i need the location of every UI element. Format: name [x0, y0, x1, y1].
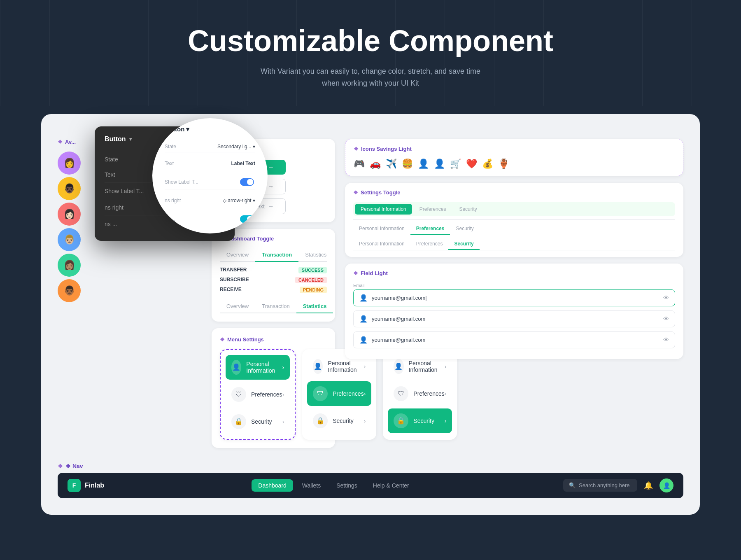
- field-user-icon-3: 👤: [359, 336, 368, 344]
- field-user-icon-2: 👤: [359, 315, 368, 323]
- settings-tabs-2: Personal Information Preferences Securit…: [353, 223, 675, 235]
- nav-logo-text: Finlab: [85, 482, 104, 489]
- tab-divider-1: [353, 219, 675, 220]
- avatar-column: Av... 👩 👨🏿 👩🏻 👨🏼 👩🏽 👨🏾: [58, 139, 95, 448]
- icon-gamepad: 🎮: [354, 159, 365, 169]
- avatar-section-title: Av...: [58, 139, 95, 145]
- nav-section: ❖ Nav F Finlab Dashboard Wallets Setting…: [58, 463, 683, 498]
- notification-icon[interactable]: 🔔: [644, 481, 653, 490]
- panel-label-text: Text: [105, 171, 115, 178]
- chevron-1: ›: [282, 364, 284, 371]
- transfer-status-3: PENDING: [300, 287, 327, 293]
- menu-item-left-1: 👤 Personal Information: [231, 360, 282, 375]
- circle-ns-value: ◇ arrow-right ▾: [223, 198, 255, 203]
- panel-label-ns-dots: ns ...: [105, 221, 117, 227]
- circle-ns-label: ns right: [165, 198, 181, 203]
- tab-group-2: Overview Transaction Statistics: [220, 300, 327, 313]
- icons-savings-section: Icons Savings Light 🎮 🚗 ✈️ 🍔 👤 👤 🛒 ❤️ 💰 …: [345, 139, 683, 176]
- icon-person1: 👤: [418, 159, 429, 169]
- circle-show-label: Show Label T...: [165, 179, 198, 185]
- settings-tab-prefs-2[interactable]: Preferences: [410, 223, 450, 235]
- settings-tab-personal-2[interactable]: Personal Information: [353, 223, 410, 235]
- menu-item-prefs-1[interactable]: 🛡 Preferences ›: [226, 382, 290, 407]
- nav-section-label: ❖ Nav: [58, 463, 683, 469]
- settings-toggle-title: Settings Toggle: [353, 189, 675, 196]
- tab-statistics-1[interactable]: Statistics: [298, 248, 333, 262]
- settings-tab-personal-3[interactable]: Personal Information: [353, 238, 410, 250]
- circle-overlay: Button ▾ ✦ State Secondary lig... ▾ Text…: [152, 118, 268, 233]
- prefs-icon-2: 🛡: [313, 386, 328, 401]
- settings-tab-security-2[interactable]: Security: [450, 223, 479, 235]
- menu-item-personal-1[interactable]: 👤 Personal Information ›: [226, 355, 290, 380]
- panel-chevron: ▾: [129, 136, 132, 142]
- tab-overview-2[interactable]: Overview: [220, 300, 255, 313]
- menu-item-left-sec-1: 🔒 Security: [231, 414, 272, 429]
- nav-right: 🔍 Search anything here 🔔 👤: [563, 478, 673, 492]
- transfer-row-2: SUBSCRIBE CANCELED: [220, 275, 327, 285]
- menu-settings-section: Menu Settings 👤 Personal Information ›: [212, 328, 335, 448]
- field-light-section: Field Light Email 👤 yourname@gmail.com| …: [345, 264, 683, 359]
- security-label-1: Security: [251, 418, 272, 425]
- settings-tab-security-3[interactable]: Security: [448, 238, 479, 250]
- icon-car: 🚗: [370, 159, 381, 169]
- circle-text-label: Text: [165, 161, 174, 166]
- nav-logo-icon: F: [68, 479, 81, 492]
- panel-label-state: State: [105, 156, 118, 163]
- tab-transaction-2[interactable]: Transaction: [255, 300, 296, 313]
- avatar-5: 👩🏽: [58, 254, 81, 277]
- transfer-row-1: TRANSFER SUCCESS: [220, 265, 327, 275]
- transfer-status-2: CANCELED: [295, 277, 327, 283]
- settings-tabs-3: Personal Information Preferences Securit…: [353, 238, 675, 250]
- transfer-status-1: SUCCESS: [298, 267, 327, 273]
- main-card: Button ▾ ✦ State Secondary lig... ▾ Text…: [41, 114, 700, 515]
- field-input-1[interactable]: 👤 yourname@gmail.com| 👁: [353, 289, 675, 306]
- search-placeholder: Search anything here: [579, 482, 630, 488]
- personal-info-icon-2: 👤: [313, 359, 323, 374]
- dashboard-toggle-section: Dashboard Toggle Overview Transaction St…: [212, 229, 335, 322]
- settings-tab-personal-1[interactable]: Personal Information: [355, 204, 412, 215]
- nav-links: Dashboard Wallets Settings Help & Center: [252, 479, 415, 492]
- avatar-4: 👨🏼: [58, 228, 81, 251]
- nav-link-dashboard[interactable]: Dashboard: [252, 479, 293, 492]
- transfer-table: TRANSFER SUCCESS SUBSCRIBE CANCELED RECE…: [220, 265, 327, 295]
- field-input-3[interactable]: 👤 yourname@gmail.com 👁: [353, 331, 675, 348]
- hero-title: Customizable Component: [8, 25, 733, 57]
- security-icon-2: 🔒: [313, 413, 328, 428]
- circle-toggle-ns[interactable]: [240, 215, 254, 223]
- tab-transaction-1[interactable]: Transaction: [255, 248, 298, 262]
- settings-tab-prefs-3[interactable]: Preferences: [410, 238, 449, 250]
- nav-avatar: 👤: [659, 478, 673, 492]
- arrow-icon-2: →: [268, 183, 274, 190]
- circle-state-label: State: [165, 144, 176, 149]
- nav-logo: F Finlab: [68, 479, 104, 492]
- panel-label-ns: ns right: [105, 204, 124, 211]
- tab-statistics-2[interactable]: Statistics: [296, 300, 333, 313]
- field-eye-icon-2[interactable]: 👁: [663, 315, 669, 322]
- settings-tab-security-1[interactable]: Security: [453, 204, 482, 215]
- nav-link-help[interactable]: Help & Center: [366, 479, 416, 492]
- field-eye-icon-1[interactable]: 👁: [663, 294, 669, 301]
- transfer-action-3: RECEIVE: [220, 287, 242, 293]
- nav-link-wallets[interactable]: Wallets: [296, 479, 327, 492]
- menu-item-security-1[interactable]: 🔒 Security ›: [226, 409, 290, 434]
- nav-bar: F Finlab Dashboard Wallets Settings Help…: [58, 473, 683, 498]
- field-eye-icon-3[interactable]: 👁: [663, 336, 669, 343]
- right-column: Icons Savings Light 🎮 🚗 ✈️ 🍔 👤 👤 🛒 ❤️ 💰 …: [345, 139, 683, 448]
- security-icon-1: 🔒: [231, 414, 246, 429]
- icons-savings-title: Icons Savings Light: [354, 146, 675, 152]
- personal-info-icon-1: 👤: [231, 360, 241, 375]
- tab-overview-1[interactable]: Overview: [220, 248, 255, 262]
- floating-panel-wrapper: Button ▾ ✦ State Secondary lig... ▾ Text…: [95, 126, 235, 241]
- chevron-sec-1: ›: [282, 418, 284, 425]
- hero-section: Customizable Component With Variant you …: [0, 0, 741, 106]
- transfer-action-2: SUBSCRIBE: [220, 277, 249, 283]
- nav-link-settings[interactable]: Settings: [330, 479, 364, 492]
- menu-settings-title: Menu Settings: [220, 336, 327, 343]
- icons-row: 🎮 🚗 ✈️ 🍔 👤 👤 🛒 ❤️ 💰 🏺: [354, 159, 675, 169]
- field-light-title: Field Light: [353, 270, 675, 276]
- settings-tab-prefs-1[interactable]: Preferences: [414, 204, 452, 215]
- circle-toggle-show[interactable]: [240, 178, 254, 186]
- search-box[interactable]: 🔍 Search anything here: [563, 479, 637, 492]
- menu-item-left-prefs-1: 🛡 Preferences: [231, 387, 282, 402]
- field-input-2[interactable]: 👤 yourname@gmail.com 👁: [353, 310, 675, 327]
